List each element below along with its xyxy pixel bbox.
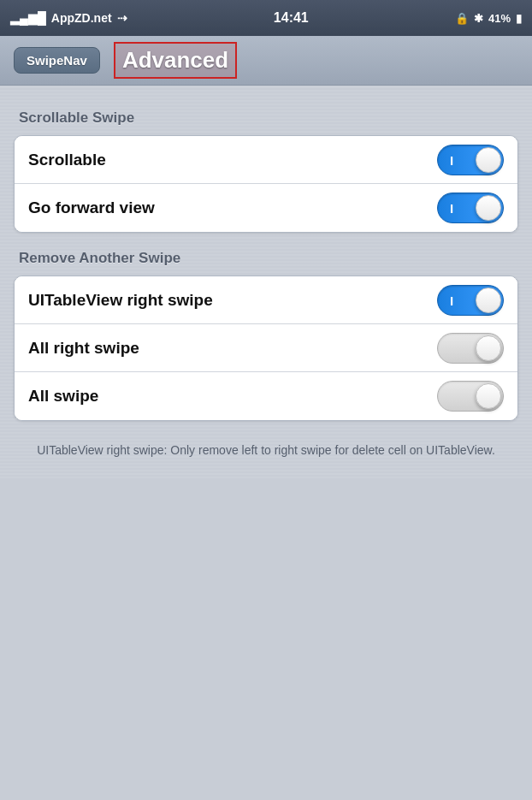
all-swipe-toggle[interactable] xyxy=(437,381,504,412)
scrollable-label: Scrollable xyxy=(28,151,106,169)
toggle-knob xyxy=(476,383,501,409)
table-row: All swipe xyxy=(15,372,517,420)
toggle-knob xyxy=(476,287,501,313)
all-swipe-label: All swipe xyxy=(28,387,98,406)
toggle-knob xyxy=(476,195,501,221)
all-right-swipe-label: All right swipe xyxy=(28,339,139,358)
battery-label: 41% xyxy=(488,12,511,25)
nav-bar: SwipeNav Advanced xyxy=(0,36,532,86)
signal-bars: ▂▄▆█ xyxy=(10,11,46,25)
status-left: ▂▄▆█ AppZD.net ⇢ xyxy=(10,11,127,25)
page-title: Advanced xyxy=(114,42,237,79)
table-row: Scrollable I xyxy=(15,136,517,184)
footer-note: UITableView right swipe: Only remove lef… xyxy=(14,438,518,463)
lock-icon: 🔒 xyxy=(455,12,469,25)
all-right-swipe-toggle[interactable] xyxy=(437,333,504,364)
status-time: 14:41 xyxy=(274,10,309,26)
table-row: UITableView right swipe I xyxy=(15,276,517,324)
go-forward-label: Go forward view xyxy=(28,199,155,217)
toggle-knob xyxy=(476,335,501,361)
carrier-label: AppZD.net xyxy=(51,11,112,25)
go-forward-toggle[interactable]: I xyxy=(437,193,504,223)
section2-table: UITableView right swipe I All right swip… xyxy=(14,276,518,421)
table-row: All right swipe xyxy=(15,324,517,372)
section1-header: Scrollable Swipe xyxy=(14,110,518,127)
back-button[interactable]: SwipeNav xyxy=(14,47,100,74)
uitableview-swipe-toggle[interactable]: I xyxy=(437,285,504,316)
status-right: 🔒 ✱ 41% ▮ xyxy=(455,12,522,25)
section2-header: Remove Another Swipe xyxy=(14,250,518,267)
bluetooth-icon: ✱ xyxy=(474,12,483,25)
content-area: Scrollable Swipe Scrollable I Go forward… xyxy=(0,86,532,480)
wifi-icon: ⇢ xyxy=(117,11,127,25)
toggle-knob xyxy=(476,147,501,173)
section1-table: Scrollable I Go forward view I xyxy=(14,135,518,233)
uitableview-swipe-label: UITableView right swipe xyxy=(28,291,213,310)
status-bar: ▂▄▆█ AppZD.net ⇢ 14:41 🔒 ✱ 41% ▮ xyxy=(0,0,532,36)
table-row: Go forward view I xyxy=(15,184,517,232)
scrollable-toggle[interactable]: I xyxy=(437,145,504,175)
battery-icon: ▮ xyxy=(516,12,522,25)
